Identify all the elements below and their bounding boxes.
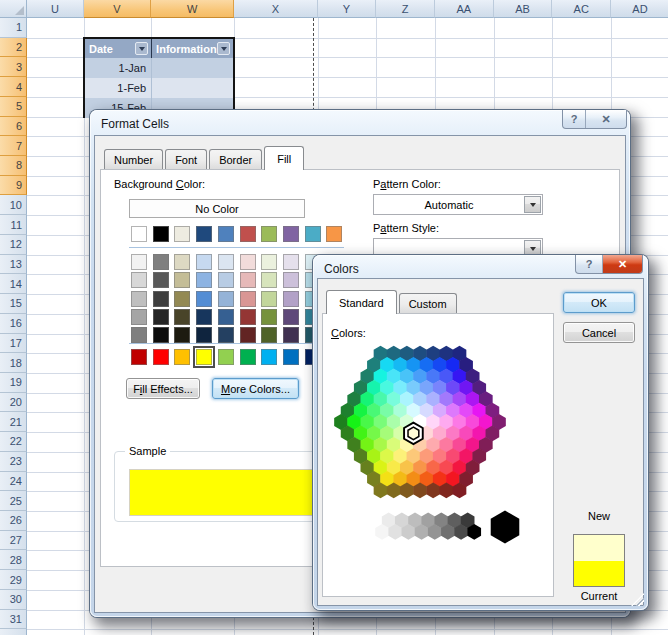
- palette-swatch[interactable]: [240, 327, 256, 343]
- table-header-information[interactable]: Information: [151, 39, 233, 59]
- row-header-25[interactable]: 25: [0, 491, 27, 511]
- chevron-down-icon[interactable]: [524, 196, 541, 213]
- row-header-11[interactable]: 11: [0, 215, 27, 235]
- filter-dropdown-icon[interactable]: [135, 42, 148, 55]
- tab-border[interactable]: Border: [209, 149, 262, 169]
- filter-dropdown-icon[interactable]: [217, 42, 230, 55]
- palette-swatch[interactable]: [131, 291, 147, 307]
- row-header-2[interactable]: 2: [0, 38, 27, 58]
- palette-swatch[interactable]: [218, 309, 234, 325]
- palette-swatch[interactable]: [131, 254, 147, 270]
- row-header-29[interactable]: 29: [0, 570, 27, 590]
- palette-swatch[interactable]: [131, 327, 147, 343]
- palette-swatch[interactable]: [174, 309, 190, 325]
- palette-swatch[interactable]: [240, 309, 256, 325]
- palette-swatch[interactable]: [153, 349, 169, 365]
- row-header-15[interactable]: 15: [0, 294, 27, 314]
- palette-swatch[interactable]: [283, 309, 299, 325]
- palette-swatch[interactable]: [261, 349, 277, 365]
- table-cell[interactable]: 1-Feb: [85, 78, 151, 98]
- column-header-Y[interactable]: Y: [318, 0, 377, 18]
- row-header-4[interactable]: 4: [0, 77, 27, 97]
- palette-swatch[interactable]: [283, 327, 299, 343]
- tab-fill[interactable]: Fill: [264, 146, 304, 170]
- row-header-8[interactable]: 8: [0, 156, 27, 176]
- column-header-AC[interactable]: AC: [552, 0, 611, 18]
- palette-swatch[interactable]: [218, 291, 234, 307]
- palette-swatch[interactable]: [131, 226, 147, 242]
- palette-swatch[interactable]: [153, 254, 169, 270]
- row-header-6[interactable]: 6: [0, 117, 27, 137]
- row-header-20[interactable]: 20: [0, 393, 27, 413]
- palette-swatch[interactable]: [218, 327, 234, 343]
- row-header-31[interactable]: 31: [0, 610, 27, 630]
- no-color-button[interactable]: No Color: [129, 199, 305, 218]
- palette-swatch[interactable]: [131, 309, 147, 325]
- palette-swatch[interactable]: [196, 226, 212, 242]
- palette-swatch[interactable]: [153, 309, 169, 325]
- palette-swatch[interactable]: [196, 349, 212, 365]
- palette-swatch[interactable]: [174, 272, 190, 288]
- tab-custom[interactable]: Custom: [399, 293, 457, 313]
- palette-swatch[interactable]: [283, 272, 299, 288]
- select-all-corner[interactable]: [0, 0, 27, 18]
- row-header-10[interactable]: 10: [0, 195, 27, 215]
- palette-swatch[interactable]: [261, 272, 277, 288]
- row-header-3[interactable]: 3: [0, 57, 27, 77]
- table-header-date[interactable]: Date: [85, 39, 151, 59]
- row-header-22[interactable]: 22: [0, 432, 27, 452]
- palette-swatch[interactable]: [283, 349, 299, 365]
- row-header-23[interactable]: 23: [0, 452, 27, 472]
- palette-swatch[interactable]: [196, 254, 212, 270]
- palette-swatch[interactable]: [240, 226, 256, 242]
- black-hex-swatch[interactable]: [491, 511, 520, 544]
- palette-swatch[interactable]: [174, 327, 190, 343]
- palette-swatch[interactable]: [261, 291, 277, 307]
- palette-swatch[interactable]: [153, 272, 169, 288]
- palette-swatch[interactable]: [326, 226, 342, 242]
- palette-swatch[interactable]: [153, 226, 169, 242]
- palette-swatch[interactable]: [218, 349, 234, 365]
- palette-swatch[interactable]: [261, 309, 277, 325]
- palette-swatch[interactable]: [283, 291, 299, 307]
- palette-swatch[interactable]: [240, 291, 256, 307]
- palette-swatch[interactable]: [196, 327, 212, 343]
- tab-font[interactable]: Font: [165, 149, 207, 169]
- palette-swatch[interactable]: [261, 254, 277, 270]
- column-header-U[interactable]: U: [27, 0, 84, 18]
- row-header-1[interactable]: 1: [0, 18, 27, 38]
- column-header-W[interactable]: W: [151, 0, 234, 18]
- palette-swatch[interactable]: [305, 226, 321, 242]
- palette-swatch[interactable]: [218, 272, 234, 288]
- column-header-AD[interactable]: AD: [611, 0, 668, 18]
- cancel-button[interactable]: Cancel: [563, 322, 635, 343]
- palette-swatch[interactable]: [174, 226, 190, 242]
- column-header-AA[interactable]: AA: [435, 0, 494, 18]
- palette-swatch[interactable]: [131, 272, 147, 288]
- column-header-X[interactable]: X: [234, 0, 317, 18]
- palette-swatch[interactable]: [240, 272, 256, 288]
- row-header-28[interactable]: 28: [0, 550, 27, 570]
- column-header-Z[interactable]: Z: [376, 0, 435, 18]
- help-icon[interactable]: ?: [576, 255, 602, 273]
- palette-swatch[interactable]: [283, 226, 299, 242]
- palette-swatch[interactable]: [196, 272, 212, 288]
- palette-swatch[interactable]: [196, 291, 212, 307]
- row-header-32[interactable]: 32: [0, 629, 27, 635]
- tab-standard[interactable]: Standard: [326, 290, 397, 314]
- more-colors-button[interactable]: More Colors...: [212, 378, 299, 399]
- palette-swatch[interactable]: [218, 226, 234, 242]
- tab-number[interactable]: Number: [104, 149, 163, 169]
- close-icon[interactable]: ✕: [602, 255, 642, 273]
- row-header-19[interactable]: 19: [0, 373, 27, 393]
- column-header-V[interactable]: V: [84, 0, 151, 18]
- fill-effects-button[interactable]: Fill Effects...: [126, 378, 200, 399]
- row-header-24[interactable]: 24: [0, 472, 27, 492]
- row-header-17[interactable]: 17: [0, 334, 27, 354]
- palette-swatch[interactable]: [153, 291, 169, 307]
- palette-swatch[interactable]: [153, 327, 169, 343]
- row-header-13[interactable]: 13: [0, 255, 27, 275]
- palette-swatch[interactable]: [196, 309, 212, 325]
- table-cell[interactable]: [151, 78, 233, 98]
- row-header-9[interactable]: 9: [0, 176, 27, 196]
